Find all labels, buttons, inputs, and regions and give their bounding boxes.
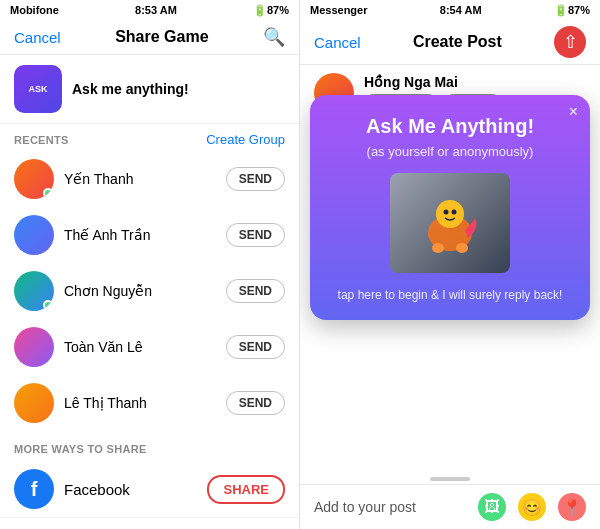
left-header: Cancel Share Game 🔍 [0,20,299,55]
right-header: Cancel Create Post ⇧ [300,20,600,65]
send-button[interactable]: SEND [226,223,285,247]
upload-icon: ⇧ [563,33,578,51]
game-card: ASK Ask me anything! [0,55,299,124]
create-group-button[interactable]: Create Group [206,132,285,147]
overlay-subtitle: (as yourself or anonymously) [326,144,574,159]
left-title: Share Game [115,28,208,46]
right-panel: Messenger 8:54 AM 🔋87% Cancel Create Pos… [300,0,600,529]
online-indicator [43,188,53,198]
avatar [14,215,54,255]
add-to-post-label: Add to your post [314,499,416,515]
facebook-icon: f [14,469,54,509]
contact-name: Thế Anh Trần [64,227,216,243]
contact-list: Yến Thanh SEND Thế Anh Trần SEND Chơn Ng… [0,151,299,529]
recents-header: RECENTS Create Group [0,124,299,151]
people-section: PEOPLE [0,517,299,529]
svg-point-2 [444,210,449,215]
people-label: PEOPLE [14,522,285,529]
avatar [14,159,54,199]
contact-name: Yến Thanh [64,171,216,187]
facebook-share-button[interactable]: SHARE [207,475,285,504]
more-ways-section: MORE WAYS TO SHARE [0,431,299,461]
cancel-button-left[interactable]: Cancel [14,29,61,46]
list-item: Toàn Văn Lê SEND [0,319,299,375]
post-button[interactable]: ⇧ [554,26,586,58]
emoji-icon-button[interactable]: 😊 [518,493,546,521]
overlay-title: Ask Me Anything! [326,115,574,138]
search-icon[interactable]: 🔍 [263,26,285,48]
left-status-bar: Mobifone 8:53 AM 🔋87% [0,0,299,20]
send-button[interactable]: SEND [226,279,285,303]
avatar [14,383,54,423]
svg-point-3 [452,210,457,215]
photo-icon-button[interactable]: 🖼 [478,493,506,521]
game-thumbnail: ASK [14,65,62,113]
list-item: Thế Anh Trần SEND [0,207,299,263]
overlay-card: × Ask Me Anything! (as yourself or anony… [310,95,590,320]
svg-point-1 [436,200,464,228]
list-item: Chơn Nguyễn SEND [0,263,299,319]
location-icon-button[interactable]: 📍 [558,493,586,521]
time-right: 8:54 AM [440,4,482,16]
right-status-bar: Messenger 8:54 AM 🔋87% [300,0,600,20]
overlay-caption: tap here to begin & I will surely reply … [326,287,574,304]
svg-point-4 [432,243,444,253]
left-panel: Mobifone 8:53 AM 🔋87% Cancel Share Game … [0,0,300,529]
contact-name: Lê Thị Thanh [64,395,216,411]
contact-name: Chơn Nguyễn [64,283,216,299]
cancel-button-right[interactable]: Cancel [314,34,361,51]
battery-right: 🔋87% [554,4,590,17]
list-item: Yến Thanh SEND [0,151,299,207]
list-item: Lê Thị Thanh SEND [0,375,299,431]
game-title: Ask me anything! [72,81,189,97]
send-button[interactable]: SEND [226,391,285,415]
toy-illustration [410,188,490,258]
carrier-left: Mobifone [10,4,59,16]
avatar [14,327,54,367]
scroll-indicator [430,477,470,481]
facebook-share-item: f Facebook SHARE [0,461,299,517]
app-name: Facebook [64,481,197,498]
online-indicator [43,300,53,310]
send-button[interactable]: SEND [226,167,285,191]
bottom-bar: Add to your post 🖼 😊 📍 [300,484,600,529]
time-left: 8:53 AM [135,4,177,16]
overlay-image [390,173,510,273]
right-title: Create Post [413,33,502,51]
avatar [14,271,54,311]
contact-name: Toàn Văn Lê [64,339,216,355]
svg-point-5 [456,243,468,253]
close-icon[interactable]: × [569,103,578,121]
bottom-icons: 🖼 😊 📍 [478,493,586,521]
more-ways-label: MORE WAYS TO SHARE [14,443,147,455]
carrier-right: Messenger [310,4,367,16]
battery-left: 🔋87% [253,4,289,17]
recents-label: RECENTS [14,134,69,146]
user-name: Hồng Nga Mai [364,74,502,90]
send-button[interactable]: SEND [226,335,285,359]
